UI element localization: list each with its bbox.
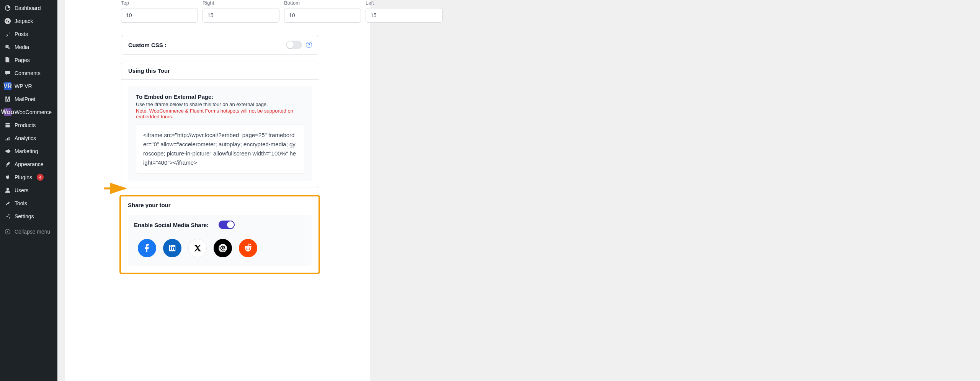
spacing-inputs: Top Right Bottom Left — [121, 0, 319, 23]
spacing-top-input[interactable] — [121, 8, 198, 23]
spacing-left-label: Left — [366, 0, 443, 6]
sidebar-item-media[interactable]: Media — [0, 41, 57, 54]
svg-point-14 — [245, 246, 246, 248]
svg-point-4 — [7, 216, 8, 217]
plugins-icon — [4, 173, 11, 181]
sidebar-item-appearance[interactable]: Appearance — [0, 158, 57, 171]
analytics-icon — [4, 134, 11, 142]
sidebar-item-label: Marketing — [15, 148, 38, 154]
embed-note: Note: WooCommerce & Fluent Forms hotspot… — [136, 108, 304, 119]
pages-icon — [4, 56, 11, 64]
sidebar-item-label: Products — [15, 122, 36, 128]
spacing-bottom-input[interactable] — [284, 8, 361, 23]
spacing-right-label: Right — [203, 0, 279, 6]
email-share-button[interactable] — [214, 239, 232, 257]
spacing-left-input[interactable] — [366, 8, 443, 23]
reddit-share-button[interactable] — [239, 239, 257, 257]
products-icon — [4, 121, 11, 129]
custom-css-toggle[interactable] — [286, 41, 302, 49]
pin-icon — [4, 30, 11, 38]
sidebar-item-label: Appearance — [15, 161, 44, 167]
media-icon — [4, 43, 11, 51]
dashboard-icon — [4, 4, 11, 12]
svg-point-13 — [250, 246, 252, 248]
sidebar-item-label: Plugins — [15, 174, 32, 180]
sidebar-item-dashboard[interactable]: Dashboard — [0, 2, 57, 15]
wrench-icon — [4, 199, 11, 207]
facebook-share-button[interactable] — [138, 239, 156, 257]
x-share-button[interactable] — [188, 239, 207, 257]
svg-point-1 — [8, 47, 10, 49]
using-tour-card: Using this Tour To Embed on External Pag… — [121, 62, 319, 188]
wpvr-icon: VR — [4, 82, 11, 90]
sidebar-item-wpvr[interactable]: VR WP VR — [0, 80, 57, 93]
embed-title: To Embed on External Page: — [136, 93, 304, 100]
svg-point-12 — [249, 248, 250, 249]
facebook-icon — [142, 244, 152, 253]
custom-css-title: Custom CSS : — [128, 42, 167, 48]
social-share-toggle[interactable] — [219, 221, 235, 229]
sidebar-item-tools[interactable]: Tools — [0, 197, 57, 210]
svg-point-15 — [250, 244, 251, 245]
sidebar-item-label: Collapse menu — [15, 229, 50, 235]
plugins-badge: 4 — [37, 174, 44, 181]
svg-point-11 — [246, 248, 247, 249]
sidebar-item-label: Users — [15, 187, 29, 193]
x-icon — [193, 244, 202, 252]
jetpack-icon — [4, 17, 11, 25]
woocommerce-icon: Woo — [4, 108, 11, 116]
comments-icon — [4, 69, 11, 77]
mailpoet-icon: M — [4, 95, 11, 103]
sidebar-item-users[interactable]: Users — [0, 184, 57, 197]
sidebar-item-comments[interactable]: Comments — [0, 67, 57, 80]
spacing-right-input[interactable] — [203, 8, 279, 23]
info-icon[interactable]: ? — [306, 42, 312, 48]
sidebar-item-label: Pages — [15, 57, 30, 63]
share-section-title: Share your tour — [128, 202, 312, 208]
social-icons-row — [134, 239, 305, 257]
sidebar-item-pages[interactable]: Pages — [0, 54, 57, 67]
svg-point-3 — [8, 214, 10, 215]
sidebar-item-posts[interactable]: Posts — [0, 28, 57, 41]
using-tour-title: Using this Tour — [128, 67, 170, 74]
sidebar-item-label: Dashboard — [15, 5, 41, 11]
sidebar-item-woocommerce[interactable]: Woo WooCommerce — [0, 106, 57, 119]
sidebar-item-label: WooCommerce — [15, 109, 52, 115]
sidebar-item-label: WP VR — [15, 83, 32, 89]
svg-point-0 — [5, 18, 11, 24]
share-enable-label: Enable Social Media Share: — [134, 222, 209, 228]
embed-subtitle: Use the iframe below to share this tour … — [136, 101, 304, 107]
sidebar-item-marketing[interactable]: Marketing — [0, 145, 57, 158]
svg-point-2 — [7, 188, 9, 190]
sidebar-collapse[interactable]: Collapse menu — [0, 225, 57, 238]
svg-point-10 — [245, 246, 251, 252]
sidebar-item-jetpack[interactable]: Jetpack — [0, 15, 57, 28]
spacing-top-label: Top — [121, 0, 198, 6]
linkedin-share-button[interactable] — [163, 239, 181, 257]
email-icon — [218, 243, 228, 253]
users-icon — [4, 186, 11, 194]
sidebar-item-mailpoet[interactable]: M MailPoet — [0, 93, 57, 106]
sidebar-item-label: MailPoet — [15, 96, 35, 102]
sidebar-item-label: Analytics — [15, 135, 36, 141]
sidebar-item-plugins[interactable]: Plugins 4 — [0, 171, 57, 184]
admin-sidebar: Dashboard Jetpack Posts Media Pages Comm… — [0, 0, 57, 381]
sidebar-item-label: Comments — [15, 70, 41, 76]
svg-point-5 — [9, 217, 10, 218]
iframe-code-box[interactable]: <iframe src="http://wpvr.local/?embed_pa… — [136, 124, 304, 174]
sidebar-item-label: Posts — [15, 31, 28, 37]
spacing-bottom-label: Bottom — [284, 0, 361, 6]
settings-icon — [4, 213, 11, 220]
sidebar-item-analytics[interactable]: Analytics — [0, 132, 57, 145]
sidebar-item-settings[interactable]: Settings — [0, 210, 57, 223]
share-section: Share your tour Enable Social Media Shar… — [119, 195, 320, 274]
linkedin-icon — [168, 244, 176, 252]
brush-icon — [4, 160, 11, 168]
sidebar-item-label: Settings — [15, 213, 34, 219]
custom-css-card: Custom CSS : ? — [121, 35, 319, 55]
sidebar-item-products[interactable]: Products — [0, 119, 57, 132]
embed-section: To Embed on External Page: Use the ifram… — [128, 87, 312, 181]
reddit-icon — [243, 243, 253, 253]
sidebar-item-label: Tools — [15, 200, 27, 206]
collapse-icon — [4, 228, 11, 235]
